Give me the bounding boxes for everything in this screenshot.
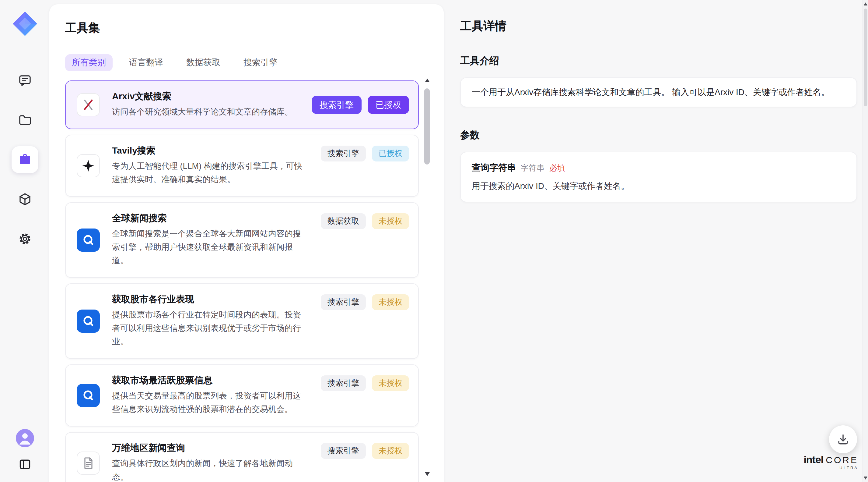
tool-text: Arxiv文献搜索 访问各个研究领域大量科学论文和文章的存储库。 [112,91,293,119]
tool-card-regional-news[interactable]: 万维地区新闻查询 查询具体行政区划内的新闻，快速了解各地新闻动态。 搜索引擎 未… [65,432,419,482]
params-heading: 参数 [460,129,857,142]
details-title: 工具详情 [460,18,857,34]
document-icon [77,452,100,475]
tab-search-engine[interactable]: 搜索引擎 [237,54,284,71]
scroll-up-icon[interactable] [864,2,867,5]
core-wordmark: CORE [826,455,858,465]
param-description: 用于搜索的Arxiv ID、关键字或作者姓名。 [472,181,845,192]
tool-card-tavily[interactable]: Tavily搜索 专为人工智能代理 (LLM) 构建的搜索引擎工具，可快速提供实… [65,135,419,197]
tab-data-fetch[interactable]: 数据获取 [180,54,227,71]
tool-tags: 搜索引擎 未授权 [321,443,409,459]
person-icon [16,429,34,447]
intel-core-logo: intelCORE ULTRA [804,455,858,470]
download-button[interactable] [829,425,857,453]
category-badge: 搜索引擎 [321,375,366,391]
list-scrollbar[interactable] [424,79,430,476]
tool-tags: 搜索引擎 未授权 [321,294,409,310]
param-header: 查询字符串 字符串 必填 [472,162,845,174]
auth-badge: 未授权 [372,443,409,459]
tool-name: 获取股市各行业表现 [112,294,306,305]
category-badge: 搜索引擎 [321,443,366,459]
tool-details-panel: 工具详情 工具介绍 一个用于从Arxiv存储库搜索科学论文和文章的工具。 输入可… [460,0,857,224]
arxiv-icon [77,93,100,116]
app-logo [11,10,39,38]
param-name: 查询字符串 [472,162,516,174]
cube-icon [17,192,32,206]
tab-translation[interactable]: 语言翻译 [122,54,170,71]
gear-icon [17,231,32,246]
param-card: 查询字符串 字符串 必填 用于搜索的Arxiv ID、关键字或作者姓名。 [460,152,857,202]
sidebar-item-files[interactable] [11,107,38,134]
page-scrollbar[interactable] [863,0,868,482]
tool-name: 万维地区新闻查询 [112,443,306,454]
user-avatar[interactable] [16,429,34,447]
intro-card: 一个用于从Arxiv存储库搜索科学论文和文章的工具。 输入可以是Arxiv ID… [460,77,857,107]
q-news-icon [77,228,100,252]
scroll-down-icon[interactable] [425,472,430,476]
auth-badge[interactable]: 已授权 [368,96,409,114]
sidebar-item-chat[interactable] [11,67,38,94]
tool-name: 获取市场最活跃股票信息 [112,375,306,386]
tool-text: 获取股市各行业表现 提供股票市场各个行业在特定时间段内的表现。投资者可以利用这些… [112,294,306,348]
category-badge: 搜索引擎 [321,146,366,162]
folder-icon [17,113,32,127]
app-window: 工具集 所有类别 语言翻译 数据获取 搜索引擎 Arxiv文献搜索 访问各个研究… [0,0,868,482]
category-badge: 数据获取 [321,213,366,229]
ultra-wordmark: ULTRA [804,466,858,470]
tool-text: Tavily搜索 专为人工智能代理 (LLM) 构建的搜索引擎工具，可快速提供实… [112,145,306,187]
scroll-up-icon[interactable] [425,79,430,82]
param-required-badge: 必填 [549,163,565,174]
briefcase-icon [17,152,32,167]
scroll-down-icon[interactable] [864,477,867,480]
q-news-icon [77,384,100,407]
tool-card-sector-performance[interactable]: 获取股市各行业表现 提供股票市场各个行业在特定时间段内的表现。投资者可以利用这些… [65,283,419,359]
tool-text: 万维地区新闻查询 查询具体行政区划内的新闻，快速了解各地新闻动态。 [112,443,306,482]
sidebar-item-tools[interactable] [11,146,38,173]
tool-description: 访问各个研究领域大量科学论文和文章的存储库。 [112,106,293,119]
auth-badge: 未授权 [372,213,409,229]
tool-tags: 搜索引擎 已授权 [312,96,409,114]
tool-text: 获取市场最活跃股票信息 提供当天交易量最高的股票列表，投资者可以利用这些信息来识… [112,375,306,416]
tool-description: 提供股票市场各个行业在特定时间段内的表现。投资者可以利用这些信息来识别表现优于或… [112,308,306,348]
sidebar-item-models[interactable] [11,186,38,212]
category-tabs: 所有类别 语言翻译 数据获取 搜索引擎 [65,54,444,71]
collapse-sidebar-button[interactable] [16,455,34,474]
tool-description: 提供当天交易量最高的股票列表，投资者可以利用这些信息来识别流动性强的股票和潜在的… [112,389,306,416]
param-type: 字符串 [521,163,545,174]
tool-list: Arxiv文献搜索 访问各个研究领域大量科学论文和文章的存储库。 搜索引擎 已授… [65,80,419,482]
chat-icon [17,73,32,88]
sidebar-item-settings[interactable] [11,225,38,252]
auth-badge: 已授权 [372,146,409,162]
sidebar-bottom [16,429,34,474]
intro-heading: 工具介绍 [460,55,857,68]
toolset-title: 工具集 [65,20,444,36]
intel-wordmark: intel [804,454,823,465]
panel-icon [18,458,31,471]
tool-name: Tavily搜索 [112,145,306,157]
auth-badge: 未授权 [372,294,409,310]
tab-all-categories[interactable]: 所有类别 [65,54,113,71]
tool-card-global-news[interactable]: 全球新闻搜索 全球新闻搜索是一个聚合全球各大新闻网站内容的搜索引擎，帮助用户快速… [65,202,419,278]
tool-tags: 搜索引擎 已授权 [321,146,409,162]
q-news-icon [77,310,100,333]
tool-description: 全球新闻搜索是一个聚合全球各大新闻网站内容的搜索引擎，帮助用户快速获取全球最新资… [112,227,306,267]
tool-card-active-stocks[interactable]: 获取市场最活跃股票信息 提供当天交易量最高的股票列表，投资者可以利用这些信息来识… [65,364,419,427]
sidebar [0,0,49,482]
tool-description: 专为人工智能代理 (LLM) 构建的搜索引擎工具，可快速提供实时、准确和真实的结… [112,160,306,187]
scrollbar-thumb[interactable] [864,8,867,106]
toolset-panel: 工具集 所有类别 语言翻译 数据获取 搜索引擎 Arxiv文献搜索 访问各个研究… [49,4,444,482]
intro-text: 一个用于从Arxiv存储库搜索科学论文和文章的工具。 输入可以是Arxiv ID… [472,86,845,99]
tool-description: 查询具体行政区划内的新闻，快速了解各地新闻动态。 [112,457,306,482]
tool-text: 全球新闻搜索 全球新闻搜索是一个聚合全球各大新闻网站内容的搜索引擎，帮助用户快速… [112,212,306,267]
category-badge: 搜索引擎 [321,294,366,310]
tool-name: 全球新闻搜索 [112,212,306,224]
sidebar-nav [11,67,38,252]
auth-badge: 未授权 [372,375,409,391]
tool-card-arxiv[interactable]: Arxiv文献搜索 访问各个研究领域大量科学论文和文章的存储库。 搜索引擎 已授… [65,80,419,129]
category-badge[interactable]: 搜索引擎 [312,96,362,114]
tavily-star-icon [77,154,100,177]
scrollbar-thumb[interactable] [424,88,430,165]
tool-tags: 数据获取 未授权 [321,213,409,229]
tool-tags: 搜索引擎 未授权 [321,375,409,391]
download-icon [836,433,850,446]
